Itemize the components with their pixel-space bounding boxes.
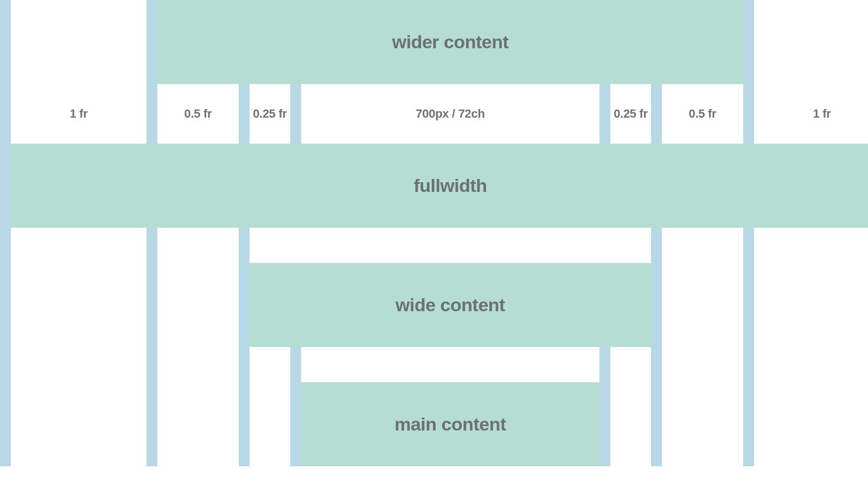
grid-diagram: wider content 1 fr 0.5 fr 0.25 fr 700px … [0, 0, 868, 488]
spacer [250, 228, 651, 263]
band-fullwidth: fullwidth [11, 144, 868, 228]
col-label-quarter-left: 0.25 fr [250, 84, 290, 144]
gutter [743, 0, 754, 466]
col-label-main: 700px / 72ch [301, 84, 599, 144]
col-label-1fr-left: 1 fr [11, 84, 146, 144]
band-wide-content: wide content [250, 263, 651, 347]
col-label-1fr-right: 1 fr [754, 84, 868, 144]
gutter [0, 0, 11, 466]
spacer [301, 347, 599, 382]
gutter [146, 0, 157, 466]
col-label-quarter-right: 0.25 fr [610, 84, 651, 144]
col-label-half-right: 0.5 fr [662, 84, 743, 144]
band-wider-content: wider content [157, 0, 743, 84]
col-label-half-left: 0.5 fr [157, 84, 239, 144]
band-main-content: main content [301, 382, 599, 466]
